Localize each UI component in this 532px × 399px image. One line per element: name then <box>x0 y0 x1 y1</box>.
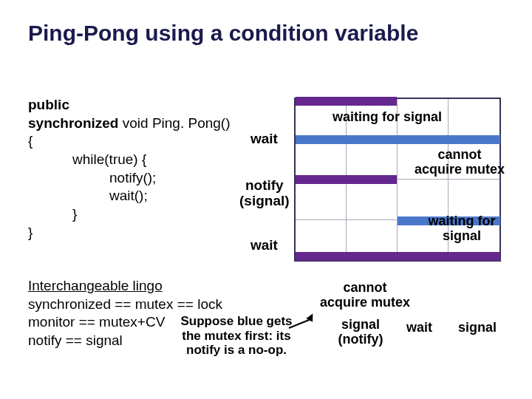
cannot-r-l1: cannot <box>408 148 511 163</box>
code-sig: void Ping. Pong() <box>118 115 230 131</box>
code-wait: wait(); <box>28 187 231 205</box>
cannot-r-l2: acquire mutex <box>408 163 511 177</box>
code-brace-open: { <box>28 132 231 151</box>
waiting-r-l2: signal <box>421 229 502 244</box>
grid-label-wait-bottom: wait <box>406 321 432 335</box>
grid-label-waiting-top: waiting for signal <box>321 110 454 125</box>
grid-label-cannot-right: cannot acquire mutex <box>408 148 511 177</box>
bar-purple-1 <box>296 97 397 106</box>
cannot-b-l2: acquire mutex <box>313 296 417 310</box>
lingo-line-1: synchronized == mutex == lock <box>28 296 222 314</box>
mid-wait-2: wait <box>250 238 278 253</box>
code-kw-public: public <box>28 97 69 112</box>
waiting-r-l1: waiting for <box>421 214 502 229</box>
lingo-heading: Interchangeable lingo <box>28 277 222 296</box>
cannot-b-l1: cannot <box>313 281 417 296</box>
code-block: public synchronized void Ping. Pong() { … <box>28 96 231 242</box>
footnote: Suppose blue gets the mutex first: its n… <box>177 314 296 358</box>
bar-purple-2 <box>296 175 397 184</box>
grid-cell <box>449 99 499 140</box>
grid-cell <box>347 140 398 180</box>
slide-title: Ping-Pong using a condition variable <box>0 0 532 46</box>
code-while: while(true) { <box>28 151 231 169</box>
grid-cell <box>347 180 398 220</box>
grid-label-waiting-right: waiting for signal <box>421 214 502 244</box>
grid-cell <box>296 180 347 220</box>
mid-notify-l1: notify <box>239 178 290 194</box>
mid-wait-1: wait <box>250 132 278 147</box>
signal-l1: signal <box>331 318 390 332</box>
bar-purple-3 <box>296 252 500 261</box>
grid-cell <box>296 140 347 180</box>
mid-notify: notify (signal) <box>239 178 290 209</box>
grid-label-cannot-bottom: cannot acquire mutex <box>313 281 417 310</box>
signal-l2: (notify) <box>331 332 390 347</box>
bar-blue-1 <box>296 135 500 144</box>
code-kw-sync: synchronized <box>28 115 118 131</box>
code-brace-close: } <box>28 224 231 242</box>
mid-notify-l2: (signal) <box>239 194 290 209</box>
code-inner-close: } <box>28 205 231 224</box>
grid-label-signal-right: signal <box>458 321 497 335</box>
grid-label-signal: signal (notify) <box>331 318 390 347</box>
code-notify: notify(); <box>28 169 231 188</box>
